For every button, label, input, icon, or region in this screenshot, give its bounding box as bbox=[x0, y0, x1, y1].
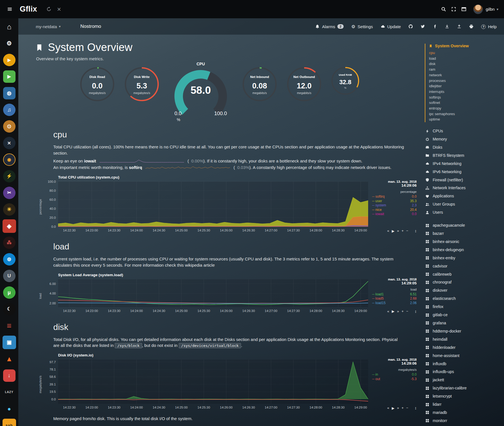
chart-control-zoom-in[interactable]: + bbox=[401, 406, 403, 410]
gauge-used-ram[interactable]: Used RAM 32.8 % bbox=[331, 66, 360, 97]
menu-item-heimdall[interactable]: heimdall bbox=[425, 335, 504, 344]
sidebar-item-home[interactable]: ⌂ bbox=[0, 18, 18, 35]
legend-item-load15[interactable]: ─ load152.06 bbox=[372, 301, 417, 305]
submenu-item-entropy[interactable]: entropy bbox=[429, 106, 504, 111]
chart-resize-handle[interactable]: ↕ bbox=[415, 229, 417, 233]
gauge-cpu[interactable]: CPU 58.0 0.0100.0 % bbox=[168, 62, 233, 122]
menu-item-btrfs-filesystem[interactable]: BTRFS filesystem bbox=[425, 151, 504, 160]
twitter-button[interactable] bbox=[421, 24, 425, 29]
sidebar-item-app-dark-moon[interactable]: ☾ bbox=[0, 301, 18, 317]
menu-item-letsencrypt[interactable]: letsencrypt bbox=[425, 392, 504, 400]
menu-item-chronograf[interactable]: chronograf bbox=[425, 278, 504, 286]
menu-item-memory[interactable]: Memory bbox=[425, 135, 504, 143]
menu-item-mariadb[interactable]: mariadb bbox=[425, 409, 504, 417]
menu-item-gitlab-ce[interactable]: gitlab-ce bbox=[425, 311, 504, 319]
menu-item-calibreweb[interactable]: calibreweb bbox=[425, 270, 504, 278]
submenu-item-network[interactable]: network bbox=[429, 72, 504, 78]
submenu-item-load[interactable]: load bbox=[429, 56, 504, 61]
submenu-item-softirqs[interactable]: softirqs bbox=[429, 95, 504, 100]
sidebar-item-app-orange-ring[interactable]: ◉ bbox=[0, 151, 18, 168]
alarms-button[interactable]: Alarms 2 bbox=[315, 24, 344, 29]
sidebar-item-nextcloud[interactable]: ⊚ bbox=[0, 251, 18, 267]
facebook-button[interactable] bbox=[433, 24, 437, 29]
menu-item-cadvisor[interactable]: cadvisor bbox=[425, 262, 504, 270]
user-avatar[interactable] bbox=[473, 5, 483, 14]
menu-item-firewall-netfilter[interactable]: Firewall (netfilter) bbox=[425, 176, 504, 184]
chart-control-zoom-in[interactable]: + bbox=[401, 309, 403, 313]
chart-resize-handle[interactable]: ↕ bbox=[415, 406, 417, 410]
hamburger-menu-button[interactable] bbox=[5, 4, 15, 14]
sidebar-item-tautulli[interactable]: ☀ bbox=[0, 201, 18, 218]
search-button[interactable] bbox=[438, 4, 448, 14]
submenu-item-processes[interactable]: processes bbox=[429, 78, 504, 84]
chart-control-zoom-out[interactable]: − bbox=[406, 229, 408, 233]
menu-item-home-assistant[interactable]: home-assistant bbox=[425, 352, 504, 360]
refresh-button[interactable] bbox=[44, 4, 54, 14]
menu-item-jackett[interactable]: jackett bbox=[425, 376, 504, 384]
sidebar-item-airsonic[interactable]: ♫ bbox=[0, 101, 18, 118]
menu-item-user-groups[interactable]: User Groups bbox=[425, 200, 504, 208]
chart-control-forwards[interactable]: » bbox=[397, 229, 399, 233]
chart-control-backwards[interactable]: « bbox=[387, 229, 389, 233]
menu-item-ipv4-networking[interactable]: IPv4 Networking bbox=[425, 160, 504, 168]
chart-control-play[interactable]: ▶ bbox=[392, 229, 395, 233]
menu-item-diskover[interactable]: diskover bbox=[425, 286, 504, 295]
legend-item-nice[interactable]: ─ nice20.4 bbox=[372, 208, 417, 212]
chart-control-forwards[interactable]: » bbox=[397, 309, 399, 313]
sidebar-item-app-red-arrow[interactable]: ↓ bbox=[0, 367, 18, 384]
github-button[interactable] bbox=[408, 24, 413, 29]
menu-item-influxdb[interactable]: influxdb bbox=[425, 360, 504, 368]
sidebar-item-app-water-drop[interactable]: ● bbox=[0, 400, 18, 417]
sidebar-item-lazylibrarian[interactable]: LAZY bbox=[0, 384, 18, 400]
sidebar-item-gitlab[interactable]: ▲ bbox=[0, 351, 18, 367]
sidebar-item-app-gray-u[interactable]: U bbox=[0, 267, 18, 284]
chart-control-zoom-out[interactable]: − bbox=[406, 406, 408, 410]
menu-item-netdata[interactable]: netdata bbox=[425, 425, 504, 426]
chart-control-play[interactable]: ▶ bbox=[392, 309, 395, 313]
submenu-item-idlejitter[interactable]: idlejitter bbox=[429, 83, 504, 89]
menu-item-hiddenloader[interactable]: hiddenloader bbox=[425, 344, 504, 352]
help-button[interactable]: ? Help bbox=[481, 24, 497, 29]
close-button[interactable]: × bbox=[54, 4, 64, 14]
menu-item-lidarr[interactable]: lidarr bbox=[425, 400, 504, 409]
sidebar-item-app-blue-tile[interactable]: ▣ bbox=[0, 334, 18, 351]
menu-item-disks[interactable]: Disks bbox=[425, 143, 504, 151]
menu-item-applications[interactable]: Applications bbox=[425, 192, 504, 200]
chart-resize-handle[interactable]: ↕ bbox=[415, 309, 417, 314]
submenu-item-cpu[interactable]: cpu bbox=[429, 50, 504, 56]
menu-item-firefox[interactable]: firefox bbox=[425, 303, 504, 311]
update-button[interactable]: Update bbox=[381, 24, 401, 29]
menu-item-grafana[interactable]: grafana bbox=[425, 319, 504, 327]
menu-item-users[interactable]: Users bbox=[425, 208, 504, 217]
sidebar-item-jackett[interactable]: ⊙ bbox=[0, 118, 18, 135]
submenu-item-ram[interactable]: ram bbox=[429, 67, 504, 72]
user-menu[interactable]: gilbn ▾ bbox=[486, 7, 498, 12]
sidebar-item-settings[interactable]: ⚙ bbox=[0, 35, 18, 52]
sidebar-item-app-green-bolt[interactable]: ⚡ bbox=[0, 168, 18, 184]
legend-item-system[interactable]: ─ system2.3 bbox=[372, 203, 417, 208]
sidebar-item-plex[interactable]: ▸ bbox=[0, 52, 18, 68]
menu-item-cpus[interactable]: CPUs bbox=[425, 127, 504, 135]
sidebar-item-app-red-cluster[interactable]: ⁂ bbox=[0, 234, 18, 251]
legend-item-in[interactable]: ─ in0.0 bbox=[372, 373, 417, 377]
sidebar-item-emby[interactable]: ▶ bbox=[0, 68, 18, 85]
sidebar-item-app-blue-window[interactable]: ◍ bbox=[0, 85, 18, 101]
menu-item-apacheguacamole[interactable]: apacheguacamole bbox=[425, 221, 504, 229]
legend-item-load5[interactable]: ─ load52.68 bbox=[372, 296, 417, 301]
menu-item-binhex-emby[interactable]: binhex-emby bbox=[425, 254, 504, 262]
menu-item-system-overview[interactable]: System Overview bbox=[429, 44, 504, 48]
submenu-item-uptime[interactable]: uptime bbox=[429, 117, 504, 122]
submenu-item-softnet[interactable]: softnet bbox=[429, 100, 504, 106]
gauge-net-inbound[interactable]: Net Inbound 0.08 megabits/s bbox=[242, 66, 278, 103]
menu-item-bazarr[interactable]: bazarr bbox=[425, 229, 504, 238]
menu-item-elasticsearch[interactable]: elasticsearch bbox=[425, 295, 504, 303]
chart-canvas-disk[interactable]: 14:22:3014:23:0014:23:3014:24:0014:24:30… bbox=[43, 358, 370, 411]
submenu-item-ipc-semaphores[interactable]: ipc semaphores bbox=[429, 111, 504, 117]
menu-item-network-interfaces[interactable]: Network Interfaces bbox=[425, 184, 504, 192]
sidebar-item-app-scissors[interactable]: ✂ bbox=[0, 184, 18, 201]
sidebar-item-app-red-tile[interactable]: ◈ bbox=[0, 218, 18, 234]
legend-item-out[interactable]: ─ out-5.3 bbox=[372, 377, 417, 382]
menu-item-lazylibrarian-calibre[interactable]: lazylibrarian-calibre bbox=[425, 384, 504, 392]
chart-control-backwards[interactable]: « bbox=[387, 309, 389, 313]
sidebar-item-app-green-mu[interactable]: µ bbox=[0, 284, 18, 301]
